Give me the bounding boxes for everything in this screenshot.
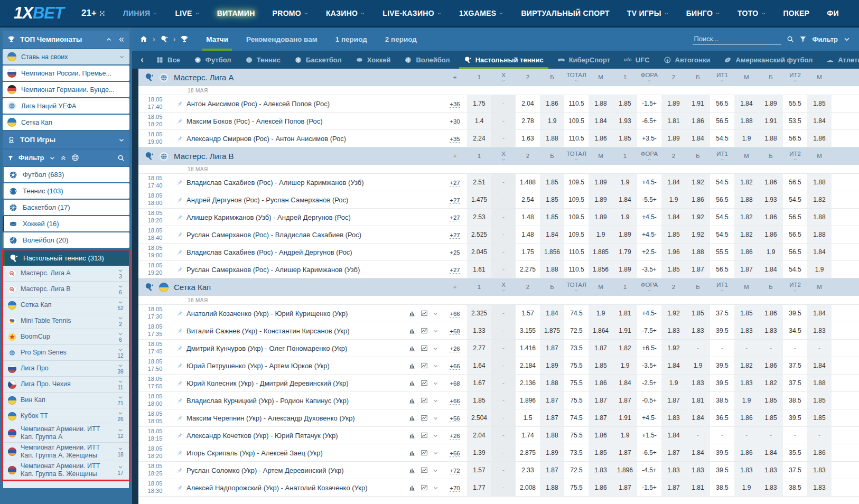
odds-cell[interactable]: 1.89 (661, 95, 686, 112)
championship-item-0[interactable]: Ставь на своих (3, 49, 129, 64)
odds-cell[interactable]: 1.48 (516, 226, 540, 243)
line-chart-icon[interactable] (421, 449, 428, 456)
sport-tab-4[interactable]: Хоккей (349, 51, 398, 69)
odds-cell[interactable]: 1.93 (613, 113, 637, 129)
more-bets[interactable]: +36 (443, 99, 467, 108)
section-title[interactable]: Сетка Кап (174, 283, 211, 292)
odds-cell[interactable]: 1.87 (661, 479, 686, 496)
bar-chart-icon[interactable] (408, 397, 416, 404)
odds-cell[interactable]: 1.82 (613, 340, 637, 357)
odds-cell[interactable]: 1.91 (759, 113, 783, 129)
odds-cell[interactable]: 1.85 (734, 305, 759, 322)
odds-cell[interactable]: 2.045 (467, 244, 491, 260)
odds-cell[interactable]: 1.81 (661, 113, 686, 129)
odds-cell[interactable]: 1.91 (686, 95, 710, 112)
odds-cell[interactable]: 1.83 (661, 462, 686, 479)
odds-cell[interactable]: 35.5 (783, 444, 807, 461)
odds-cell[interactable]: 1.85 (661, 261, 686, 278)
pin-button[interactable] (172, 179, 186, 186)
odds-cell[interactable]: 110.5 (564, 261, 589, 278)
section-title[interactable]: Мастерс. Лига B (174, 152, 234, 161)
pin-button[interactable] (172, 432, 186, 439)
odds-cell[interactable]: 39.5 (783, 305, 807, 322)
bar-chart-icon[interactable] (408, 449, 416, 456)
odds-cell[interactable]: 2.04 (516, 95, 540, 112)
odds-cell[interactable]: 1.84 (759, 444, 783, 461)
odds-cell[interactable]: 1.87 (613, 392, 637, 409)
column-header-ИТ2[interactable]: ИТ2 (783, 151, 807, 162)
tab-1[interactable]: Рекомендовано вам (237, 27, 326, 51)
odds-cell[interactable]: 1.87 (589, 409, 613, 426)
pin-button[interactable] (172, 118, 186, 125)
expand-chevron-icon[interactable] (433, 485, 438, 491)
odds-cell[interactable]: 109.5 (564, 113, 589, 129)
expand-chevron-icon[interactable] (433, 433, 438, 438)
line-chart-icon[interactable] (421, 310, 428, 317)
pin-button[interactable] (172, 197, 186, 203)
nav-item-2[interactable]: ВИТАМИН (217, 9, 255, 17)
match-name[interactable]: Владислав Курчицкий (Укр) - Родион Капин… (186, 397, 408, 405)
odds-cell[interactable]: 56.5 (783, 130, 807, 147)
odds-cell[interactable]: 1.84 (807, 113, 832, 129)
odds-cell[interactable]: 38.5 (710, 392, 734, 409)
odds-cell[interactable]: 75.5 (564, 427, 589, 444)
odds-cell[interactable]: 56.5 (783, 244, 807, 260)
odds-cell[interactable]: 1.9 (734, 479, 759, 496)
odds-cell[interactable]: 1.82 (734, 209, 759, 226)
odds-cell[interactable]: 54.5 (783, 261, 807, 278)
sport-item-3[interactable]: Хоккей (16) (3, 216, 129, 231)
pin-button[interactable] (172, 397, 186, 404)
odds-cell[interactable]: 75.5 (564, 375, 589, 391)
match-name[interactable]: Алишер Каримжанов (Узб) - Андрей Дергуно… (186, 213, 443, 221)
odds-cell[interactable]: 74.5 (564, 409, 589, 426)
odds-cell[interactable]: 2.504 (467, 409, 491, 426)
bar-chart-icon[interactable] (408, 466, 416, 474)
odds-cell[interactable]: 1.88 (540, 375, 564, 391)
column-header-ФОРА[interactable]: ФОРА (637, 151, 661, 162)
odds-cell[interactable]: 1.82 (807, 191, 832, 208)
odds-cell[interactable]: 1.86 (589, 427, 613, 444)
bar-chart-icon[interactable] (408, 379, 416, 387)
odds-cell[interactable]: 1.88 (734, 113, 759, 129)
sport-item-5[interactable]: Настольный теннис (313) (3, 250, 129, 266)
odds-cell[interactable]: 1.89 (661, 130, 686, 147)
odds-cell[interactable]: 1.84 (807, 357, 832, 374)
odds-cell[interactable]: 1.87 (540, 409, 564, 426)
sport-item-2[interactable]: Баскетбол (17) (3, 200, 129, 215)
sport-tab-2[interactable]: Теннис (238, 51, 287, 69)
odds-cell[interactable]: 1.84 (686, 130, 710, 147)
odds-cell[interactable]: 55.5 (710, 244, 734, 260)
odds-cell[interactable]: 39.5 (710, 375, 734, 391)
odds-cell[interactable]: 1.77 (467, 479, 491, 496)
odds-cell[interactable]: 37.5 (783, 375, 807, 391)
odds-cell[interactable]: +1.5- (637, 427, 661, 444)
line-chart-icon[interactable] (421, 414, 428, 422)
odds-cell[interactable]: 1.9 (686, 357, 710, 374)
column-header-ФОРА[interactable]: ФОРА (637, 282, 661, 293)
nav-item-1[interactable]: LIVE (175, 9, 199, 17)
odds-cell[interactable]: 1.67 (467, 375, 491, 391)
odds-cell[interactable]: 1.9 (613, 427, 637, 444)
odds-cell[interactable]: -3.5+ (637, 261, 661, 278)
odds-cell[interactable]: 1.83 (686, 375, 710, 391)
odds-cell[interactable]: 1.83 (686, 322, 710, 339)
sport-tab-10[interactable]: Американский футбол (717, 51, 819, 69)
column-header-ИТ1[interactable]: ИТ1 (710, 282, 734, 293)
odds-cell[interactable]: 1.93 (759, 191, 783, 208)
odds-cell[interactable]: 1.88 (540, 427, 564, 444)
championship-item-2[interactable]: Чемпионат Германии. Бунде... (3, 82, 129, 97)
more-bets[interactable]: +25 (443, 247, 467, 257)
pin-button[interactable] (172, 214, 186, 221)
odds-cell[interactable]: 75.5 (564, 392, 589, 409)
line-chart-icon[interactable] (421, 397, 428, 404)
pin-button[interactable] (172, 450, 186, 456)
sidebar-filter-bar[interactable]: Фильтр (3, 150, 129, 166)
odds-cell[interactable]: 1.87 (734, 261, 759, 278)
odds-cell[interactable]: 2.78 (516, 113, 540, 129)
odds-cell[interactable]: 1.488 (516, 174, 540, 191)
odds-cell[interactable]: 37.5 (783, 462, 807, 479)
odds-cell[interactable]: 1.88 (589, 95, 613, 112)
column-header-ТОТАЛ[interactable]: ТОТАЛ (564, 72, 589, 83)
sport-tab-11[interactable]: Атлетика (819, 51, 859, 69)
odds-cell[interactable]: 1.86 (589, 375, 613, 391)
